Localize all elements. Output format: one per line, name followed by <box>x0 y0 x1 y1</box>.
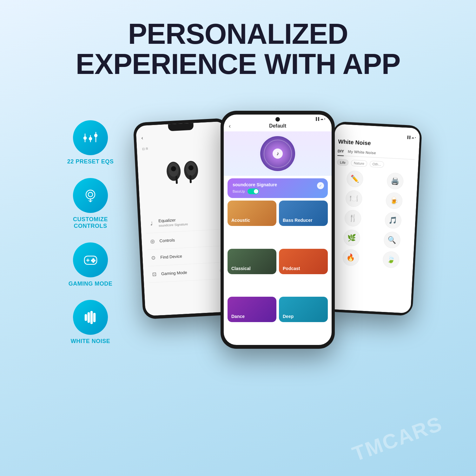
left-nav: ‹ <box>141 131 221 141</box>
feature-icon-circle-controls <box>73 178 108 213</box>
noise-item-leaf[interactable]: 🍃 <box>372 250 410 269</box>
feature-label-controls: CUSTOMIZE CONTROLS <box>73 216 108 230</box>
svg-point-12 <box>94 260 95 261</box>
status-icons: ▐▐ ☁ ▪ <box>315 117 325 121</box>
feature-label-gaming: GAMING MODE <box>69 281 113 288</box>
eq-label-acoustic: Acoustic <box>231 218 250 223</box>
menu-label-controls: Controls <box>159 238 175 243</box>
tab-diy[interactable]: DIY <box>337 149 344 156</box>
nature1-icon: 🌿 <box>343 229 360 247</box>
headline-line1: PERSONALIZED <box>128 18 348 50</box>
equalizer-menu-icon: ♩ <box>148 220 155 227</box>
search-icon: 🔍 <box>383 231 401 249</box>
right-screen-content: ▐▐ ☁ ▪ White Noise DIY My White Noise Li… <box>326 124 420 313</box>
filter-other[interactable]: Oth... <box>369 161 384 168</box>
noise-item-cutlery[interactable]: 🍴 <box>334 209 372 228</box>
tab-my-white-noise[interactable]: My White Noise <box>347 149 376 157</box>
earbuds-image <box>142 150 224 195</box>
feature-equalizer: 22 PRESET EQS <box>56 120 125 165</box>
menu-sub-eq: soundcore Signature <box>159 222 188 228</box>
filter-nature[interactable]: Nature <box>351 160 367 167</box>
preset-checkmark: ✓ <box>317 182 324 189</box>
drink-icon: 🍺 <box>385 192 403 209</box>
printer-icon: 🖨️ <box>386 172 404 190</box>
gamepad-icon <box>82 251 99 268</box>
phone-right-screen: ▐▐ ☁ ▪ White Noise DIY My White Noise Li… <box>326 124 420 313</box>
center-screen-content: ▐▐ ☁ ▪ ‹ Default ♪ ✓ <box>224 115 332 345</box>
filter-life[interactable]: Life <box>337 159 349 166</box>
eq-label-classical: Classical <box>231 266 251 271</box>
right-tabs: DIY My White Noise <box>337 149 415 160</box>
left-menu-items: ♩ Equalizer soundcore Signature › ◎ Cont… <box>145 210 229 283</box>
noise-item-dish[interactable]: 🍽️ <box>335 189 373 208</box>
feature-controls: CUSTOMIZE CONTROLS <box>56 178 125 230</box>
eq-card-dance[interactable]: Dance <box>228 297 276 322</box>
noise-item-printer[interactable]: 🖨️ <box>376 172 414 190</box>
bassup-label: BassUp <box>233 189 245 193</box>
gaming-menu-icon: ⊡ <box>151 271 158 277</box>
music-icon: 🎵 <box>384 212 402 229</box>
preset-name: soundcore Signature <box>233 182 323 187</box>
eq-card-podcast[interactable]: Podcast <box>279 249 328 274</box>
feature-label-noise: WHITE NOISE <box>71 338 110 345</box>
phones-container: ‹ ⊡R <box>135 95 420 380</box>
battery-status: ⊡R <box>142 143 222 151</box>
equalizer-icon <box>82 129 99 147</box>
noise-item-nature1[interactable]: 🌿 <box>333 229 371 247</box>
controls-menu-icon: ◎ <box>149 238 156 244</box>
right-title: White Noise <box>338 138 416 149</box>
headline: PERSONALIZED EXPERIENCE WITH APP <box>6 19 470 79</box>
vinyl-center: ♪ <box>273 149 283 159</box>
feature-icon-circle-eq <box>73 120 108 155</box>
feature-label-eq: 22 PRESET EQS <box>67 158 114 165</box>
headline-line2: EXPERIENCE WITH APP <box>76 48 400 80</box>
eq-label-podcast: Podcast <box>283 266 300 271</box>
center-back-arrow[interactable]: ‹ <box>229 123 231 129</box>
svg-point-13 <box>93 261 94 262</box>
eq-card-classical[interactable]: Classical <box>228 249 276 274</box>
fire-icon: 🔥 <box>342 249 360 266</box>
menu-label-gaming: Gaming Mode <box>161 270 187 276</box>
right-status-icons: ▐▐ ☁ ▪ <box>406 136 416 139</box>
right-status-bar: ▐▐ ☁ ▪ <box>339 132 416 139</box>
bassup-toggle[interactable] <box>248 188 259 194</box>
leaf-icon: 🍃 <box>382 251 400 268</box>
menu-label-find: Find Device <box>160 254 182 260</box>
phone-left-notch <box>168 123 194 131</box>
svg-rect-17 <box>91 311 92 324</box>
phone-center: ▐▐ ☁ ▪ ‹ Default ♪ ✓ <box>221 111 335 349</box>
svg-point-14 <box>91 260 93 261</box>
feature-icon-circle-gaming <box>73 242 108 277</box>
find-menu-icon: ⊙ <box>150 255 157 261</box>
svg-point-11 <box>93 259 94 260</box>
noise-item-search[interactable]: 🔍 <box>373 231 411 249</box>
svg-point-6 <box>86 190 95 199</box>
features-list: 22 PRESET EQS CUSTOMIZE CONTROLS <box>56 95 125 345</box>
noise-item-drink[interactable]: 🍺 <box>375 191 413 210</box>
right-filter-tabs: Life Nature Oth... <box>337 159 415 169</box>
eq-grid: Acoustic Bass Reducer Classical Podcast <box>224 201 332 345</box>
noise-item-fire[interactable]: 🔥 <box>332 248 370 267</box>
preset-card[interactable]: ✓ soundcore Signature BassUp <box>228 178 328 198</box>
eq-card-acoustic[interactable]: Acoustic <box>228 201 276 226</box>
svg-rect-15 <box>85 314 87 321</box>
cutlery-icon: 🍴 <box>344 209 361 227</box>
pen-icon: ✏️ <box>346 170 364 188</box>
noise-grid: ✏️ 🖨️ 🍽️ 🍺 🍴 <box>332 170 414 269</box>
eq-card-bass-reducer[interactable]: Bass Reducer <box>279 201 328 226</box>
eq-card-deep[interactable]: Deep <box>279 297 328 322</box>
noise-item-pen[interactable]: ✏️ <box>336 170 374 188</box>
phone-right: ▐▐ ☁ ▪ White Noise DIY My White Noise Li… <box>323 121 422 316</box>
bassup-row: BassUp <box>233 188 323 194</box>
main-content: 22 PRESET EQS CUSTOMIZE CONTROLS <box>0 89 476 380</box>
page-header: PERSONALIZED EXPERIENCE WITH APP <box>0 0 476 89</box>
left-back-arrow[interactable]: ‹ <box>141 135 143 141</box>
touch-icon <box>82 187 99 204</box>
feature-gaming: GAMING MODE <box>56 242 125 288</box>
vinyl-disc: ♪ <box>260 136 295 171</box>
punch-hole <box>275 117 280 122</box>
dish-icon: 🍽️ <box>345 190 362 207</box>
noise-item-music[interactable]: 🎵 <box>374 211 412 229</box>
svg-point-7 <box>88 192 93 197</box>
center-nav: ‹ Default <box>224 122 332 131</box>
